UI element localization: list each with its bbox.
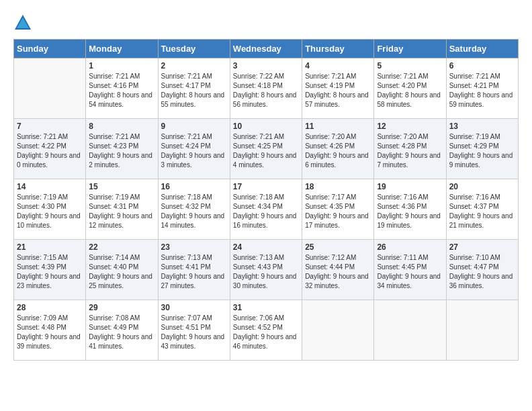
calendar-cell: 26Sunrise: 7:11 AMSunset: 4:45 PMDayligh…: [374, 240, 446, 300]
weekday-header-wednesday: Wednesday: [230, 40, 302, 58]
day-number: 14: [17, 182, 83, 191]
day-info: Sunrise: 7:13 AMSunset: 4:41 PMDaylight:…: [161, 253, 227, 291]
calendar-cell: 2Sunrise: 7:21 AMSunset: 4:17 PMDaylight…: [158, 58, 230, 119]
calendar-cell: 12Sunrise: 7:20 AMSunset: 4:28 PMDayligh…: [374, 119, 446, 179]
day-number: 5: [377, 61, 443, 71]
day-info: Sunrise: 7:20 AMSunset: 4:26 PMDaylight:…: [305, 132, 371, 170]
day-number: 22: [89, 242, 154, 252]
weekday-header-tuesday: Tuesday: [158, 40, 230, 58]
day-number: 4: [305, 61, 371, 71]
day-info: Sunrise: 7:21 AMSunset: 4:16 PMDaylight:…: [89, 72, 154, 109]
day-number: 21: [17, 242, 83, 252]
weekday-header-thursday: Thursday: [302, 40, 374, 58]
calendar-cell: 27Sunrise: 7:10 AMSunset: 4:47 PMDayligh…: [446, 240, 518, 300]
day-info: Sunrise: 7:21 AMSunset: 4:25 PMDaylight:…: [233, 132, 299, 170]
page-header: [13, 13, 519, 32]
weekday-row: SundayMondayTuesdayWednesdayThursdayFrid…: [14, 40, 519, 58]
calendar-cell: [302, 300, 374, 361]
calendar-cell: 15Sunrise: 7:19 AMSunset: 4:31 PMDayligh…: [86, 179, 158, 240]
calendar-cell: 19Sunrise: 7:16 AMSunset: 4:36 PMDayligh…: [374, 179, 446, 240]
day-number: 18: [305, 182, 371, 191]
calendar-cell: 9Sunrise: 7:21 AMSunset: 4:24 PMDaylight…: [158, 119, 230, 179]
day-info: Sunrise: 7:16 AMSunset: 4:37 PMDaylight:…: [449, 193, 515, 230]
day-number: 28: [17, 303, 83, 312]
day-number: 2: [161, 61, 227, 71]
day-number: 17: [233, 182, 299, 191]
day-info: Sunrise: 7:21 AMSunset: 4:23 PMDaylight:…: [89, 132, 154, 170]
calendar-cell: 23Sunrise: 7:13 AMSunset: 4:41 PMDayligh…: [158, 240, 230, 300]
calendar-cell: 4Sunrise: 7:21 AMSunset: 4:19 PMDaylight…: [302, 58, 374, 119]
day-info: Sunrise: 7:07 AMSunset: 4:51 PMDaylight:…: [161, 314, 227, 351]
day-number: 8: [89, 122, 154, 131]
calendar-week-1: 1Sunrise: 7:21 AMSunset: 4:16 PMDaylight…: [14, 58, 519, 119]
calendar-cell: 18Sunrise: 7:17 AMSunset: 4:35 PMDayligh…: [302, 179, 374, 240]
day-info: Sunrise: 7:21 AMSunset: 4:20 PMDaylight:…: [377, 72, 443, 109]
day-info: Sunrise: 7:09 AMSunset: 4:48 PMDaylight:…: [17, 314, 83, 351]
calendar-week-4: 21Sunrise: 7:15 AMSunset: 4:39 PMDayligh…: [14, 240, 519, 300]
weekday-header-monday: Monday: [86, 40, 158, 58]
calendar-cell: 5Sunrise: 7:21 AMSunset: 4:20 PMDaylight…: [374, 58, 446, 119]
calendar-week-3: 14Sunrise: 7:19 AMSunset: 4:30 PMDayligh…: [14, 179, 519, 240]
calendar-cell: [374, 300, 446, 361]
logo-icon: [13, 13, 32, 32]
calendar-week-5: 28Sunrise: 7:09 AMSunset: 4:48 PMDayligh…: [14, 300, 519, 361]
day-number: 30: [161, 303, 227, 312]
calendar-header: SundayMondayTuesdayWednesdayThursdayFrid…: [14, 40, 519, 58]
calendar-cell: [446, 300, 518, 361]
day-info: Sunrise: 7:22 AMSunset: 4:18 PMDaylight:…: [233, 72, 299, 109]
calendar-table: SundayMondayTuesdayWednesdayThursdayFrid…: [13, 39, 519, 361]
day-info: Sunrise: 7:06 AMSunset: 4:52 PMDaylight:…: [233, 314, 299, 351]
calendar-cell: 31Sunrise: 7:06 AMSunset: 4:52 PMDayligh…: [230, 300, 302, 361]
calendar-cell: 14Sunrise: 7:19 AMSunset: 4:30 PMDayligh…: [14, 179, 86, 240]
day-number: 29: [89, 303, 154, 312]
calendar-cell: 11Sunrise: 7:20 AMSunset: 4:26 PMDayligh…: [302, 119, 374, 179]
calendar-cell: 22Sunrise: 7:14 AMSunset: 4:40 PMDayligh…: [86, 240, 158, 300]
day-number: 25: [305, 242, 371, 252]
day-info: Sunrise: 7:08 AMSunset: 4:49 PMDaylight:…: [89, 314, 154, 351]
calendar-cell: 13Sunrise: 7:19 AMSunset: 4:29 PMDayligh…: [446, 119, 518, 179]
calendar-cell: 1Sunrise: 7:21 AMSunset: 4:16 PMDaylight…: [86, 58, 158, 119]
calendar-cell: 30Sunrise: 7:07 AMSunset: 4:51 PMDayligh…: [158, 300, 230, 361]
day-number: 23: [161, 242, 227, 252]
logo: [13, 13, 35, 32]
calendar-cell: 3Sunrise: 7:22 AMSunset: 4:18 PMDaylight…: [230, 58, 302, 119]
day-number: 19: [377, 182, 443, 191]
day-number: 9: [161, 122, 227, 131]
day-info: Sunrise: 7:13 AMSunset: 4:43 PMDaylight:…: [233, 253, 299, 291]
day-info: Sunrise: 7:21 AMSunset: 4:19 PMDaylight:…: [305, 72, 371, 109]
calendar-cell: [14, 58, 86, 119]
day-info: Sunrise: 7:18 AMSunset: 4:32 PMDaylight:…: [161, 193, 227, 230]
calendar-cell: 25Sunrise: 7:12 AMSunset: 4:44 PMDayligh…: [302, 240, 374, 300]
day-info: Sunrise: 7:16 AMSunset: 4:36 PMDaylight:…: [377, 193, 443, 230]
day-info: Sunrise: 7:10 AMSunset: 4:47 PMDaylight:…: [449, 253, 515, 291]
weekday-header-sunday: Sunday: [14, 40, 86, 58]
calendar-cell: 10Sunrise: 7:21 AMSunset: 4:25 PMDayligh…: [230, 119, 302, 179]
calendar-cell: 24Sunrise: 7:13 AMSunset: 4:43 PMDayligh…: [230, 240, 302, 300]
calendar-cell: 17Sunrise: 7:18 AMSunset: 4:34 PMDayligh…: [230, 179, 302, 240]
day-info: Sunrise: 7:12 AMSunset: 4:44 PMDaylight:…: [305, 253, 371, 291]
day-number: 24: [233, 242, 299, 252]
day-number: 10: [233, 122, 299, 131]
day-info: Sunrise: 7:21 AMSunset: 4:22 PMDaylight:…: [17, 132, 83, 170]
day-info: Sunrise: 7:11 AMSunset: 4:45 PMDaylight:…: [377, 253, 443, 291]
day-info: Sunrise: 7:21 AMSunset: 4:21 PMDaylight:…: [449, 72, 515, 109]
calendar-cell: 7Sunrise: 7:21 AMSunset: 4:22 PMDaylight…: [14, 119, 86, 179]
day-info: Sunrise: 7:19 AMSunset: 4:30 PMDaylight:…: [17, 193, 83, 230]
day-info: Sunrise: 7:21 AMSunset: 4:17 PMDaylight:…: [161, 72, 227, 109]
day-number: 27: [449, 242, 515, 252]
day-info: Sunrise: 7:18 AMSunset: 4:34 PMDaylight:…: [233, 193, 299, 230]
day-number: 26: [377, 242, 443, 252]
day-info: Sunrise: 7:20 AMSunset: 4:28 PMDaylight:…: [377, 132, 443, 170]
day-number: 16: [161, 182, 227, 191]
day-number: 3: [233, 61, 299, 71]
day-info: Sunrise: 7:14 AMSunset: 4:40 PMDaylight:…: [89, 253, 154, 291]
day-info: Sunrise: 7:17 AMSunset: 4:35 PMDaylight:…: [305, 193, 371, 230]
day-number: 13: [449, 122, 515, 131]
day-number: 20: [449, 182, 515, 191]
calendar-cell: 20Sunrise: 7:16 AMSunset: 4:37 PMDayligh…: [446, 179, 518, 240]
calendar-cell: 21Sunrise: 7:15 AMSunset: 4:39 PMDayligh…: [14, 240, 86, 300]
day-info: Sunrise: 7:19 AMSunset: 4:29 PMDaylight:…: [449, 132, 515, 170]
day-number: 1: [89, 61, 154, 71]
calendar-cell: 16Sunrise: 7:18 AMSunset: 4:32 PMDayligh…: [158, 179, 230, 240]
day-number: 6: [449, 61, 515, 71]
